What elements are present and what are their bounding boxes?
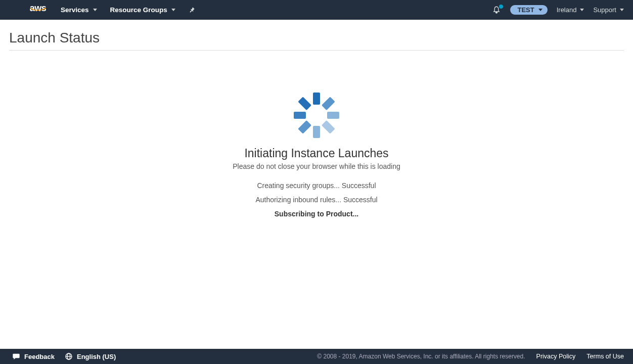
account-menu[interactable]: TEST <box>510 5 547 15</box>
region-label: Ireland <box>557 6 577 14</box>
services-label: Services <box>61 6 89 14</box>
aws-logo[interactable]: aws <box>29 8 47 12</box>
chevron-down-icon <box>93 9 97 11</box>
chevron-down-icon <box>620 9 624 11</box>
launch-status-panel: Initiating Instance Launches Please do n… <box>9 90 624 224</box>
svg-rect-2 <box>327 112 339 119</box>
spinner-icon <box>291 90 342 141</box>
feedback-label: Feedback <box>24 353 55 360</box>
copyright-text: © 2008 - 2019, Amazon Web Services, Inc.… <box>317 353 525 360</box>
nav-left: Services Resource Groups <box>61 6 196 14</box>
status-step: Authorizing inbound rules... Successful <box>255 196 377 204</box>
region-menu[interactable]: Ireland <box>557 6 584 14</box>
services-menu[interactable]: Services <box>61 6 97 14</box>
chevron-down-icon <box>171 9 175 11</box>
notifications-button[interactable] <box>492 6 501 15</box>
notification-dot-icon <box>499 5 503 9</box>
svg-rect-1 <box>322 97 335 110</box>
svg-rect-6 <box>294 112 306 119</box>
chevron-down-icon <box>538 9 542 11</box>
support-menu[interactable]: Support <box>593 6 624 14</box>
status-heading: Initiating Instance Launches <box>244 147 388 160</box>
aws-smile-icon <box>29 8 47 12</box>
main-content: Launch Status Initiating Instance Launch… <box>0 20 633 349</box>
status-step: Creating security groups... Successful <box>257 181 376 190</box>
account-label: TEST <box>517 6 534 14</box>
svg-rect-7 <box>298 97 311 110</box>
terms-of-use-link[interactable]: Terms of Use <box>586 353 624 360</box>
svg-rect-4 <box>313 126 320 138</box>
page-title: Launch Status <box>9 30 624 51</box>
feedback-button[interactable]: Feedback <box>12 352 55 360</box>
privacy-policy-link[interactable]: Privacy Policy <box>536 353 576 360</box>
top-nav: aws Services Resource Groups TEST <box>0 0 633 20</box>
globe-icon <box>65 352 73 360</box>
language-button[interactable]: English (US) <box>65 352 116 360</box>
footer: Feedback English (US) © 2008 - 2019, Ama… <box>0 349 633 364</box>
resource-groups-menu[interactable]: Resource Groups <box>110 6 175 14</box>
language-label: English (US) <box>77 353 116 360</box>
pin-button[interactable] <box>189 7 196 14</box>
footer-right: © 2008 - 2019, Amazon Web Services, Inc.… <box>317 353 624 360</box>
pin-icon <box>189 7 196 14</box>
nav-right: TEST Ireland Support <box>492 5 624 15</box>
svg-rect-3 <box>322 120 335 134</box>
status-step-current: Subscribing to Product... <box>275 210 358 218</box>
resource-groups-label: Resource Groups <box>110 6 167 14</box>
chevron-down-icon <box>580 9 584 11</box>
status-subtext: Please do not close your browser while t… <box>233 162 400 170</box>
speech-bubble-icon <box>12 352 20 360</box>
support-label: Support <box>593 6 616 14</box>
svg-rect-5 <box>298 120 311 134</box>
svg-rect-0 <box>313 93 320 105</box>
footer-left: Feedback English (US) <box>12 352 116 360</box>
